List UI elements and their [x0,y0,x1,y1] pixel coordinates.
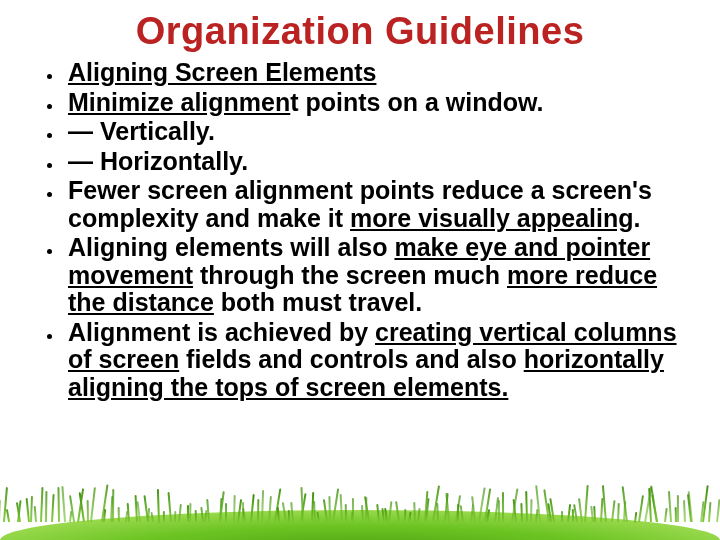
grass-blade [340,494,343,522]
grass-blade [288,510,290,522]
text: more visually appealing [350,204,633,232]
list-item: Aligning elements will also make eye and… [64,234,684,317]
text: Aligning elements will also [68,233,394,261]
grass-blade [86,500,88,522]
grass-blade [716,499,720,523]
grass-blade [206,499,210,522]
grass-blade [413,502,416,522]
bullet-list: Aligning Screen Elements Minimize alignm… [30,59,684,401]
grass-blade [51,494,55,522]
grass-decoration [0,480,720,540]
grass-blade [677,495,679,522]
grass-blade [668,491,672,522]
grass-blade [684,500,687,522]
grass-blade [498,500,500,522]
grass-blade [126,503,129,523]
grass-blade [157,488,160,522]
content-area: Aligning Screen Elements Minimize alignm… [0,59,720,401]
grass-blade [404,509,406,522]
list-item: Aligning Screen Elements [64,59,684,87]
text: through the screen much [193,261,507,289]
grass-blade [90,487,96,522]
grass-blade [117,507,119,522]
grass-blade [664,508,668,522]
text: — Horizontally. [68,147,248,175]
grass-blade [33,506,36,522]
grass-blade [276,507,279,522]
grass-blade [225,503,227,522]
grass-blade [345,504,347,522]
text: fields and controls and also [179,345,524,373]
list-item: — Vertically. [64,118,684,146]
grass-blade [457,504,459,522]
grass-blade [189,503,191,522]
grass-blade [593,506,596,522]
list-item: Minimize alignment points on a window. [64,89,684,117]
grass-blade [57,487,60,522]
grass-blade [30,496,33,522]
slide: Organization Guidelines Aligning Screen … [0,10,720,540]
grass-blade [436,502,439,522]
grass-blade [45,491,47,522]
grass-blade [525,491,528,522]
list-item: Fewer screen alignment points reduce a s… [64,177,684,232]
grass-blade [194,510,196,523]
grass-blade [174,511,176,522]
grass-blade [352,498,354,522]
grass-blade [313,501,316,522]
text: Minimize alignmen [68,88,290,116]
grass-blade [162,511,164,522]
text: Aligning Screen Elements [68,58,376,86]
text: both must travel. [214,288,422,316]
list-item: Alignment is achieved by creating vertic… [64,319,684,402]
grass-blade [520,503,523,522]
text: . [633,204,640,232]
list-item: — Horizontally. [64,148,684,176]
text: — Vertically. [68,117,215,145]
grass-blade [638,495,644,522]
grass-blade [61,486,66,522]
text: t points on a window. [290,88,543,116]
grass-blade [6,509,10,522]
grass-blade [708,502,711,522]
slide-title: Organization Guidelines [0,10,720,53]
grass-blade [40,487,43,522]
text: Alignment is achieved by [68,318,375,346]
grass-blade [233,495,236,522]
grass-blade [561,511,563,522]
